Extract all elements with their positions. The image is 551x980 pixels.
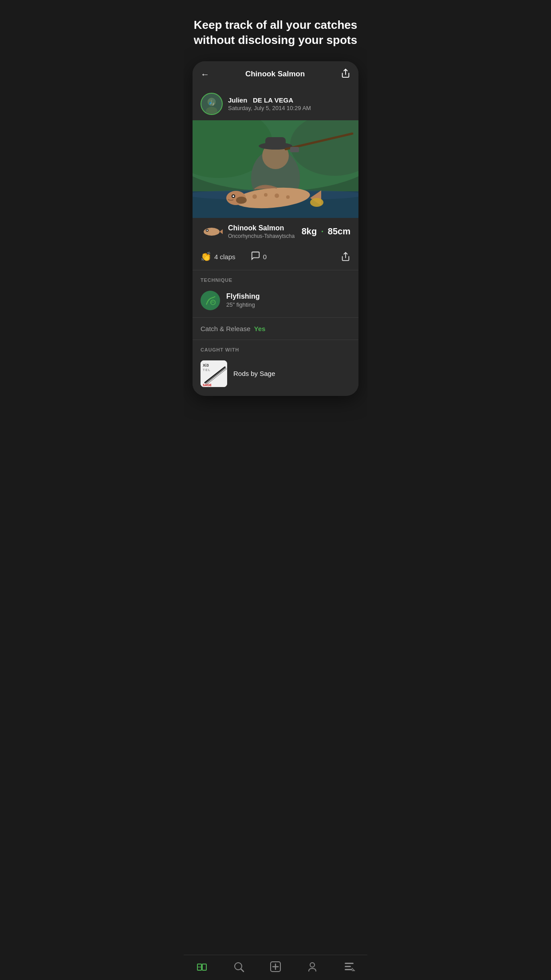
svg-point-25 — [286, 195, 290, 199]
equipment-thumbnail: Xi3 T·E·L SAGE — [201, 360, 227, 387]
phone-card: ← Chinook Salmon 🎣 — [193, 61, 358, 396]
svg-text:T·E·L: T·E·L — [203, 368, 210, 371]
share-button[interactable] — [341, 68, 350, 80]
svg-point-28 — [204, 228, 220, 236]
fish-scientific-name: Oncorhynchus-Tshawytscha — [228, 233, 295, 239]
catch-release-row: Catch & Release Yes — [193, 318, 358, 340]
technique-name: Flyfishing — [226, 292, 260, 300]
svg-rect-16 — [290, 147, 299, 152]
catch-release-value: Yes — [254, 325, 266, 332]
svg-text:🎣: 🎣 — [208, 99, 216, 106]
svg-point-33 — [211, 300, 215, 304]
caught-with-label: CAUGHT WITH — [193, 340, 358, 356]
comment-count: 0 — [263, 253, 267, 261]
svg-point-31 — [207, 229, 208, 231]
back-button[interactable]: ← — [201, 69, 209, 79]
actions-row: 👏 4 claps 0 — [193, 245, 358, 270]
catch-date: Saturday, July 5, 2014 10:29 AM — [228, 105, 311, 111]
fish-species-icon — [201, 225, 223, 238]
svg-text:SAGE: SAGE — [203, 383, 212, 387]
fish-details: Chinook Salmon Oncorhynchus-Tshawytscha — [228, 224, 295, 239]
comment-icon — [251, 251, 260, 263]
svg-point-22 — [252, 194, 257, 199]
technique-detail: 25" fighting — [226, 301, 260, 308]
svg-point-24 — [275, 194, 279, 198]
caught-with-section: CAUGHT WITH Xi3 T·E·L SAGE — [193, 340, 358, 396]
svg-point-26 — [310, 198, 323, 207]
catch-release-label: Catch & Release — [201, 325, 251, 332]
user-info: Julien DE LA VEGA Saturday, July 5, 2014… — [228, 96, 311, 111]
tagline-line2: without disclosing your spots — [194, 33, 357, 47]
fish-length: 85cm — [328, 226, 350, 236]
page-tagline: Keep track of all your catches without d… — [184, 0, 367, 57]
technique-section-label: TECHNIQUE — [193, 270, 358, 286]
svg-text:Xi3: Xi3 — [203, 363, 209, 368]
phone-nav-header: ← Chinook Salmon — [193, 61, 358, 87]
svg-point-27 — [236, 197, 247, 204]
avatar: 🎣 — [201, 93, 223, 115]
action-share-button[interactable] — [300, 252, 350, 261]
fish-info-row: Chinook Salmon Oncorhynchus-Tshawytscha … — [193, 218, 358, 245]
svg-point-3 — [206, 107, 217, 115]
fish-name: Chinook Salmon — [228, 224, 295, 232]
fish-measurements: 8kg · 85cm — [302, 226, 350, 237]
user-name: Julien DE LA VEGA — [228, 96, 311, 104]
technique-row: Flyfishing 25" fighting — [193, 286, 358, 318]
user-row: 🎣 Julien DE LA VEGA Saturday, July 5, 20… — [193, 87, 358, 120]
tagline-line1: Keep track of all your catches — [194, 18, 357, 32]
clap-button[interactable]: 👏 4 claps — [201, 251, 251, 262]
fish-name-area: Chinook Salmon Oncorhynchus-Tshawytscha — [201, 224, 295, 239]
svg-point-23 — [264, 193, 268, 197]
nav-title: Chinook Salmon — [245, 70, 305, 79]
clap-count: 4 claps — [214, 253, 236, 261]
equipment-row: Xi3 T·E·L SAGE Rods by Sage — [193, 356, 358, 391]
equipment-name: Rods by Sage — [233, 370, 275, 377]
comment-button[interactable]: 0 — [251, 251, 301, 263]
technique-info: Flyfishing 25" fighting — [226, 292, 260, 308]
svg-marker-29 — [220, 229, 223, 235]
svg-rect-14 — [265, 137, 286, 147]
fish-weight: 8kg — [302, 226, 317, 236]
technique-icon — [201, 291, 220, 310]
clap-icon: 👏 — [201, 251, 212, 262]
catch-photo — [193, 120, 358, 218]
svg-point-21 — [232, 195, 234, 197]
